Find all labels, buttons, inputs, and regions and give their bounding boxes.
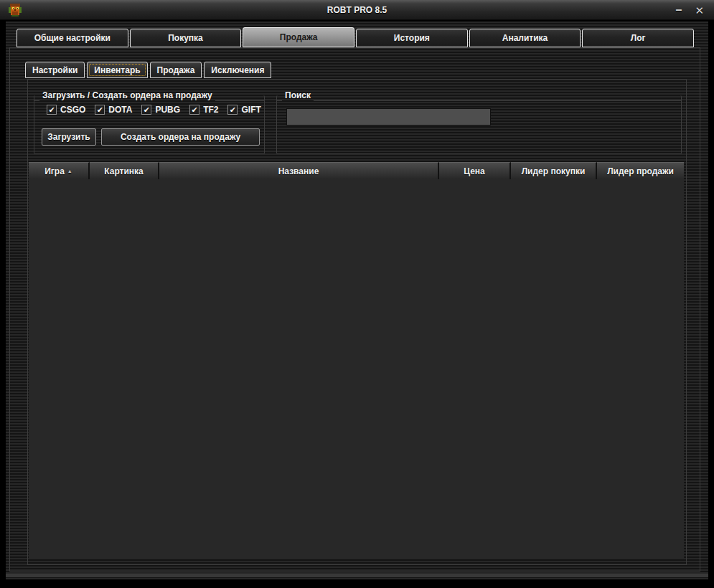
table-header-row: Игра ▲ Картинка Название Цена: [29, 162, 684, 179]
sort-asc-icon: ▲: [67, 169, 72, 174]
game-checkbox-row: ✔ CSGO ✔ DOTA ✔ PUBG ✔ T: [47, 105, 261, 115]
subtab-inventory-label: Инвентарь: [94, 65, 140, 75]
subtab-inventory[interactable]: Инвентарь: [87, 62, 147, 78]
tab-analytics[interactable]: Аналитика: [469, 29, 581, 47]
close-icon[interactable]: ✕: [695, 5, 704, 16]
tab-log[interactable]: Лог: [582, 29, 694, 47]
main-tab-strip: Общие настройки Покупка Продажа История …: [17, 27, 694, 47]
sell-tab-page: Настройки Инвентарь Продажа Исключения З…: [9, 47, 700, 572]
checkbox-checked-icon[interactable]: ✔: [141, 105, 151, 115]
tab-sell[interactable]: Продажа: [243, 27, 354, 47]
column-header-price[interactable]: Цена: [439, 162, 511, 179]
title-bar: ROBT PRO 8.5 – ✕: [0, 0, 714, 20]
checkbox-csgo[interactable]: ✔ CSGO: [47, 105, 85, 115]
search-groupbox-header: Поиск: [277, 90, 681, 101]
bottom-highlight-band: [6, 574, 708, 577]
app-window: ROBT PRO 8.5 – ✕ Общие настройки Покупка…: [0, 0, 714, 588]
minimize-icon[interactable]: –: [676, 4, 682, 16]
column-header-image[interactable]: Картинка: [90, 162, 159, 179]
tab-general-settings[interactable]: Общие настройки: [17, 29, 128, 47]
subtab-sell[interactable]: Продажа: [150, 62, 202, 78]
checkbox-gift[interactable]: ✔ GIFT: [227, 105, 260, 115]
sub-tab-strip: Настройки Инвентарь Продажа Исключения: [25, 62, 271, 78]
orders-groupbox-title: Загрузить / Создать ордера на продажу: [39, 90, 215, 100]
column-header-buy-leader[interactable]: Лидер покупки: [511, 162, 597, 179]
load-button[interactable]: Загрузить: [42, 128, 96, 146]
tab-buy[interactable]: Покупка: [130, 29, 242, 47]
checkbox-tf2[interactable]: ✔ TF2: [189, 105, 218, 115]
checkbox-checked-icon[interactable]: ✔: [227, 105, 238, 115]
checkbox-checked-icon[interactable]: ✔: [189, 105, 199, 115]
create-sell-orders-button[interactable]: Создать ордера на продажу: [101, 128, 260, 146]
orders-groupbox-header: Загрузить / Создать ордера на продажу: [34, 90, 264, 101]
search-groupbox-title: Поиск: [282, 90, 314, 100]
inventory-tab-page: Загрузить / Создать ордера на продажу ✔ …: [27, 79, 687, 565]
checkbox-dota[interactable]: ✔ DOTA: [95, 105, 132, 115]
search-groupbox: Поиск: [276, 95, 682, 154]
column-header-sell-leader[interactable]: Лидер продажи: [597, 162, 684, 179]
checkbox-pubg[interactable]: ✔ PUBG: [141, 105, 180, 115]
column-header-game[interactable]: Игра ▲: [29, 162, 90, 179]
checkbox-checked-icon[interactable]: ✔: [95, 105, 105, 115]
inventory-table: Игра ▲ Картинка Название Цена: [29, 162, 684, 558]
subtab-settings[interactable]: Настройки: [25, 62, 85, 78]
subtab-exclusions[interactable]: Исключения: [204, 62, 271, 78]
window-controls: – ✕: [676, 0, 704, 20]
window-title: ROBT PRO 8.5: [0, 5, 714, 15]
search-input[interactable]: [286, 108, 491, 125]
client-area: Общие настройки Покупка Продажа История …: [6, 22, 708, 579]
table-body-empty[interactable]: [29, 179, 684, 558]
checkbox-checked-icon[interactable]: ✔: [47, 105, 57, 115]
orders-button-row: Загрузить Создать ордера на продажу: [42, 128, 260, 146]
app-owl-icon: [7, 2, 23, 18]
tab-history[interactable]: История: [356, 29, 468, 47]
column-header-name[interactable]: Название: [159, 162, 439, 179]
orders-groupbox: Загрузить / Создать ордера на продажу ✔ …: [34, 95, 265, 154]
